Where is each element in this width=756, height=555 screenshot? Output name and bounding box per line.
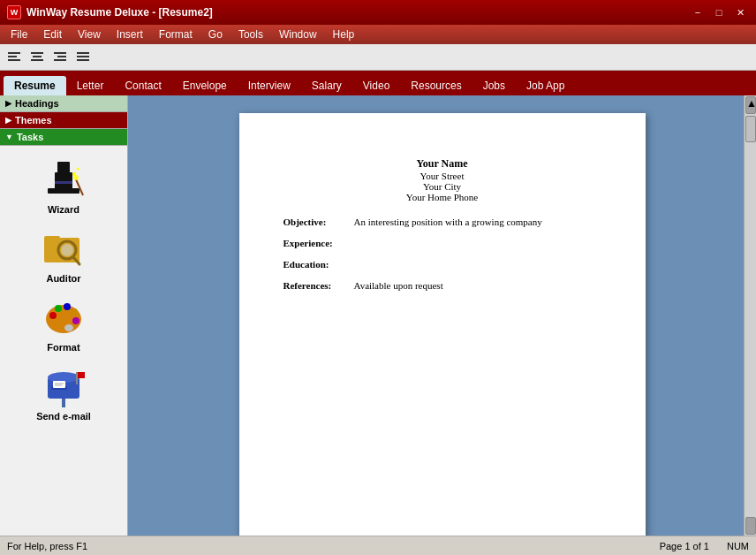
doc-name: Your Name: [284, 157, 601, 171]
headings-header[interactable]: ▶ Headings: [0, 95, 127, 111]
app-icon: W: [7, 5, 21, 19]
svg-rect-38: [53, 381, 65, 388]
svg-rect-9: [77, 52, 89, 54]
doc-city: Your City: [284, 181, 601, 192]
menu-edit[interactable]: Edit: [36, 27, 69, 42]
align-left-button[interactable]: [4, 48, 25, 67]
menu-bar: File Edit View Insert Format Go Tools Wi…: [0, 25, 756, 44]
sidebar-section-themes: ▶ Themes: [0, 112, 127, 129]
headings-label: Headings: [15, 98, 59, 109]
sidebar-item-send-email[interactable]: Send e-mail: [15, 360, 112, 425]
svg-rect-13: [48, 188, 79, 194]
themes-label: Themes: [15, 115, 52, 125]
doc-label-experience: Experience:: [284, 238, 354, 248]
tab-contact[interactable]: Contact: [114, 76, 171, 95]
doc-label-education: Education:: [284, 259, 354, 270]
doc-section-references: References: Available upon request: [284, 280, 601, 291]
svg-rect-11: [77, 59, 89, 61]
sidebar-item-auditor[interactable]: Auditor: [15, 222, 112, 287]
tab-salary[interactable]: Salary: [301, 76, 352, 95]
maximize-button[interactable]: □: [710, 4, 728, 20]
menu-file[interactable]: File: [4, 27, 34, 42]
sidebar-item-wizard[interactable]: Wizard: [15, 153, 112, 218]
menu-insert[interactable]: Insert: [110, 27, 150, 42]
tasks-header[interactable]: ▼ Tasks: [0, 129, 127, 145]
doc-content-objective: An interesting position with a growing c…: [354, 217, 542, 227]
svg-point-26: [64, 324, 73, 331]
themes-header[interactable]: ▶ Themes: [0, 112, 127, 128]
svg-rect-5: [31, 59, 43, 61]
svg-rect-7: [57, 56, 66, 57]
menu-view[interactable]: View: [71, 27, 108, 42]
doc-header: Your Name Your Street Your City Your Hom…: [284, 157, 601, 202]
format-icon: [41, 294, 87, 340]
document-page: Your Name Your Street Your City Your Hom…: [239, 113, 646, 536]
scrollbar-track[interactable]: ▲: [744, 95, 756, 536]
auditor-icon: [41, 225, 87, 271]
tab-resources[interactable]: Resources: [400, 76, 472, 95]
sidebar-item-format[interactable]: Format: [15, 291, 112, 356]
svg-point-30: [71, 308, 78, 316]
status-num: NUM: [727, 541, 749, 551]
minimize-button[interactable]: −: [689, 4, 707, 20]
tab-jobs[interactable]: Jobs: [472, 76, 516, 95]
tab-interview[interactable]: Interview: [238, 76, 301, 95]
sidebar: ▶ Headings ▶ Themes ▼ Tasks: [0, 95, 128, 536]
status-bar: For Help, press F1 Page 1 of 1 NUM: [0, 536, 756, 555]
svg-rect-8: [54, 59, 66, 61]
svg-point-28: [55, 305, 62, 312]
tab-envelope[interactable]: Envelope: [172, 76, 238, 95]
svg-rect-36: [76, 372, 78, 384]
status-page: Page 1 of 1: [660, 541, 709, 551]
sidebar-section-headings: ▶ Headings: [0, 95, 127, 112]
scrollbar-down-arrow[interactable]: [745, 517, 756, 535]
document-area[interactable]: ▲ Your Name Your Street Your City Your H…: [128, 95, 756, 536]
tab-letter[interactable]: Letter: [66, 76, 115, 95]
svg-rect-19: [55, 181, 72, 184]
tab-jobapp[interactable]: Job App: [516, 76, 575, 95]
svg-rect-14: [57, 162, 70, 174]
send-email-icon: [41, 363, 87, 409]
menu-format[interactable]: Format: [152, 27, 200, 42]
tasks-arrow-icon: ▼: [5, 133, 13, 141]
svg-rect-37: [78, 372, 85, 378]
svg-point-27: [49, 312, 57, 319]
tab-resume[interactable]: Resume: [4, 76, 66, 95]
nav-tabs: Resume Letter Contact Envelope Interview…: [0, 71, 756, 95]
sidebar-section-tasks: ▼ Tasks: [0, 129, 127, 146]
window-controls: − □ ✕: [689, 4, 749, 20]
svg-point-29: [64, 303, 71, 310]
send-email-label: Send e-mail: [36, 411, 91, 422]
menu-tools[interactable]: Tools: [231, 27, 270, 42]
toolbar: [0, 44, 756, 71]
status-help: For Help, press F1: [7, 541, 87, 551]
svg-point-23: [61, 244, 73, 256]
themes-arrow-icon: ▶: [5, 116, 11, 125]
menu-help[interactable]: Help: [326, 27, 362, 42]
headings-arrow-icon: ▶: [5, 99, 11, 108]
scrollbar-thumb[interactable]: [745, 116, 756, 142]
doc-phone: Your Home Phone: [284, 192, 601, 202]
doc-label-objective: Objective:: [284, 217, 354, 227]
doc-section-education: Education:: [284, 259, 601, 270]
status-right: Page 1 of 1 NUM: [660, 541, 749, 551]
svg-rect-6: [54, 52, 66, 54]
scrollbar-up-arrow[interactable]: ▲: [745, 96, 756, 114]
align-justify-button[interactable]: [72, 48, 94, 67]
main-area: ▶ Headings ▶ Themes ▼ Tasks: [0, 95, 756, 536]
tab-video[interactable]: Video: [352, 76, 400, 95]
menu-go[interactable]: Go: [201, 27, 230, 42]
svg-point-16: [77, 168, 79, 171]
svg-rect-1: [8, 56, 17, 57]
svg-rect-21: [44, 236, 60, 241]
title-bar: W WinWay Resume Deluxe - [Resume2] − □ ✕: [0, 0, 756, 25]
app-title: WinWay Resume Deluxe - [Resume2]: [26, 6, 213, 19]
align-center-button[interactable]: [26, 48, 48, 67]
svg-rect-4: [33, 56, 42, 57]
svg-point-31: [72, 317, 79, 324]
doc-content-references: Available upon request: [354, 280, 443, 291]
close-button[interactable]: ✕: [731, 4, 749, 20]
align-right-button[interactable]: [49, 48, 71, 67]
menu-window[interactable]: Window: [272, 27, 324, 42]
doc-section-experience: Experience:: [284, 238, 601, 248]
